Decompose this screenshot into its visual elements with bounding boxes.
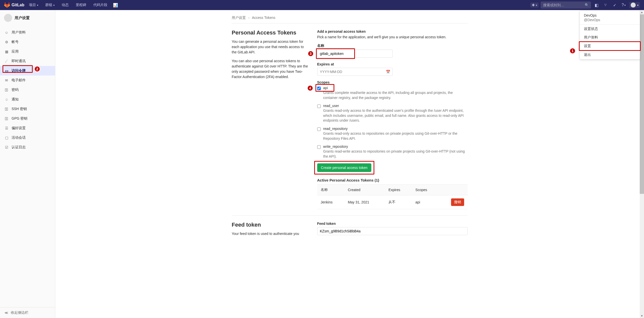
sidebar-item-auth-log[interactable]: ☑认证日志 bbox=[0, 143, 55, 152]
scope-api-name: api bbox=[323, 86, 468, 90]
sidebar-item-applications[interactable]: ▦应用 bbox=[0, 47, 55, 56]
sidebar-item-chat[interactable]: ☄即时通讯 bbox=[0, 56, 55, 66]
expires-input[interactable] bbox=[317, 68, 393, 76]
breadcrumb-root[interactable]: 用户设置 bbox=[232, 16, 246, 20]
sidebar-item-access-tokens[interactable]: ▭访问令牌 bbox=[0, 66, 55, 76]
menu-settings[interactable]: 设置 bbox=[580, 42, 640, 50]
nav-groups[interactable]: 群组▾ bbox=[43, 0, 57, 10]
calendar-icon[interactable]: 📅 bbox=[386, 70, 390, 74]
cell-scopes: api bbox=[412, 195, 439, 209]
user-menu-toggle[interactable]: ▾ bbox=[629, 2, 640, 8]
scope-read-repo-checkbox[interactable] bbox=[317, 127, 321, 131]
token-name-input[interactable] bbox=[317, 50, 393, 58]
chevron-down-icon: ▾ bbox=[637, 4, 638, 7]
cell-name: Jenkins bbox=[317, 195, 344, 209]
scope-write-repo-desc: Grants read-write access to repositories… bbox=[323, 149, 468, 159]
avatar bbox=[4, 14, 12, 22]
add-heading: Add a personal access token bbox=[317, 29, 468, 33]
sidebar-item-password[interactable]: ⚿密码 bbox=[0, 85, 55, 95]
gitlab-logo[interactable]: GitLab bbox=[4, 2, 24, 8]
feed-section: Feed token Your feed token is used to au… bbox=[232, 216, 468, 246]
scope-api-desc: Grants complete read/write access to the… bbox=[323, 90, 468, 100]
token-icon: ▭ bbox=[5, 69, 9, 73]
col-expires: Expires bbox=[385, 185, 412, 195]
nav-activity[interactable]: 动态 bbox=[59, 0, 71, 10]
feed-form: Feed token bbox=[317, 222, 468, 240]
menu-logout[interactable]: 退出 bbox=[580, 51, 640, 59]
feed-token-input[interactable] bbox=[317, 227, 468, 235]
col-name: 名称 bbox=[317, 185, 344, 195]
sidebar-header[interactable]: 用户设置 bbox=[0, 10, 55, 26]
sidebar-item-account[interactable]: ⚙帐号 bbox=[0, 37, 55, 47]
navbar-right: ✚▾ 🔍 ◧ ⑂ ✓ ?▾ ▾ bbox=[530, 2, 640, 9]
main: 用户设置 › Access Tokens Personal Access Tok… bbox=[55, 10, 644, 256]
sidebar-nav: ☺用户资料 ⚙帐号 ▦应用 ☄即时通讯 ▭访问令牌 2 ✉电子邮件 ⚿密码 ♧通… bbox=[0, 26, 55, 256]
apps-icon: ▦ bbox=[5, 50, 9, 54]
feed-label: Feed token bbox=[317, 222, 468, 226]
content: 用户设置 › Access Tokens Personal Access Tok… bbox=[228, 10, 472, 256]
pat-intro: Personal Access Tokens You can generate … bbox=[232, 29, 310, 209]
search-wrap: 🔍 bbox=[541, 2, 591, 9]
new-dropdown[interactable]: ✚▾ bbox=[530, 3, 539, 8]
col-created: Created bbox=[344, 185, 385, 195]
annotation-num-2: 2 bbox=[34, 66, 40, 72]
expires-wrap: 📅 bbox=[317, 68, 393, 76]
scope-read-user-checkbox[interactable] bbox=[317, 104, 321, 108]
nav-milestones[interactable]: 里程碑 bbox=[73, 0, 89, 10]
navbar: GitLab 项目▾ 群组▾ 动态 里程碑 代码片段 📊 ✚▾ 🔍 ◧ ⑂ ✓ … bbox=[0, 0, 644, 10]
scope-read-repo: read_repository Grants read-only access … bbox=[317, 127, 468, 141]
tokens-table: 名称 Created Expires Scopes Jenkins May 31… bbox=[317, 184, 468, 209]
key-icon: ⚿ bbox=[5, 117, 9, 121]
revoke-button[interactable]: 撤销 bbox=[451, 198, 464, 206]
scope-api: api Grants complete read/write access to… bbox=[317, 86, 468, 100]
scope-api-checkbox[interactable] bbox=[317, 87, 321, 90]
chat-icon: ☄ bbox=[5, 59, 9, 63]
monitor-icon: ▢ bbox=[5, 136, 9, 140]
scope-write-repo-checkbox[interactable] bbox=[317, 145, 321, 149]
key-icon: ⚿ bbox=[5, 107, 9, 111]
pat-form: Add a personal access token Pick a name … bbox=[317, 29, 468, 209]
feed-heading: Feed token bbox=[232, 222, 310, 228]
avatar bbox=[631, 3, 636, 8]
feed-desc: Your feed token is used to authenticate … bbox=[232, 231, 310, 236]
nav-analytics-icon[interactable]: 📊 bbox=[112, 2, 119, 9]
sidebar-item-notifications[interactable]: ♧通知 bbox=[0, 95, 55, 104]
scroll-track[interactable] bbox=[640, 14, 644, 256]
nav-projects[interactable]: 项目▾ bbox=[26, 0, 41, 10]
navbar-left: GitLab 项目▾ 群组▾ 动态 里程碑 代码片段 📊 bbox=[4, 0, 119, 10]
feed-intro: Feed token Your feed token is used to au… bbox=[232, 222, 310, 240]
active-tokens: Active Personal Access Tokens (1) 名称 Cre… bbox=[317, 178, 468, 209]
search-input[interactable] bbox=[541, 2, 591, 9]
search-icon: 🔍 bbox=[585, 3, 589, 7]
sidebar-item-profile[interactable]: ☺用户资料 bbox=[0, 28, 55, 37]
sidebar-item-active-sessions[interactable]: ▢活动会话 bbox=[0, 133, 55, 143]
scope-read-user-name: read_user bbox=[323, 104, 468, 108]
scroll-thumb[interactable] bbox=[640, 14, 644, 194]
scope-read-user: read_user Grants read-only access to the… bbox=[317, 104, 468, 123]
expires-label: Expires at bbox=[317, 62, 468, 66]
issues-icon[interactable]: ◧ bbox=[593, 2, 600, 9]
sidebar-item-gpg-keys[interactable]: ⚿GPG 密钥 bbox=[0, 114, 55, 123]
create-token-button[interactable]: Create personal access token bbox=[317, 163, 371, 172]
scroll-up-icon[interactable]: ▲ bbox=[640, 10, 644, 14]
sidebar-item-ssh-keys[interactable]: ⚿SSH 密钥 bbox=[0, 104, 55, 114]
breadcrumb: 用户设置 › Access Tokens bbox=[232, 13, 468, 23]
breadcrumb-current: Access Tokens bbox=[252, 16, 275, 20]
todos-icon[interactable]: ✓ bbox=[611, 2, 618, 9]
brand-text: GitLab bbox=[12, 3, 24, 7]
table-header-row: 名称 Created Expires Scopes bbox=[317, 185, 468, 195]
sidebar-item-preferences[interactable]: ☰偏好设置 bbox=[0, 123, 55, 133]
pat-desc1: You can generate a personal access token… bbox=[232, 39, 310, 55]
chevron-down-icon: ▾ bbox=[624, 4, 626, 7]
mail-icon: ✉ bbox=[5, 78, 9, 82]
cell-expires: 从不 bbox=[385, 195, 412, 209]
merge-requests-icon[interactable]: ⑂ bbox=[602, 2, 609, 9]
menu-set-status[interactable]: 设置状态 bbox=[580, 25, 640, 33]
annotation-num-1: 1 bbox=[570, 48, 576, 54]
bell-icon: ♧ bbox=[5, 97, 9, 101]
scrollbar[interactable]: ▲ ▼ bbox=[640, 10, 644, 256]
nav-snippets[interactable]: 代码片段 bbox=[91, 0, 110, 10]
sidebar-item-emails[interactable]: ✉电子邮件 bbox=[0, 76, 55, 85]
menu-profile[interactable]: 用户资料 bbox=[580, 33, 640, 42]
help-icon[interactable]: ?▾ bbox=[620, 2, 627, 9]
